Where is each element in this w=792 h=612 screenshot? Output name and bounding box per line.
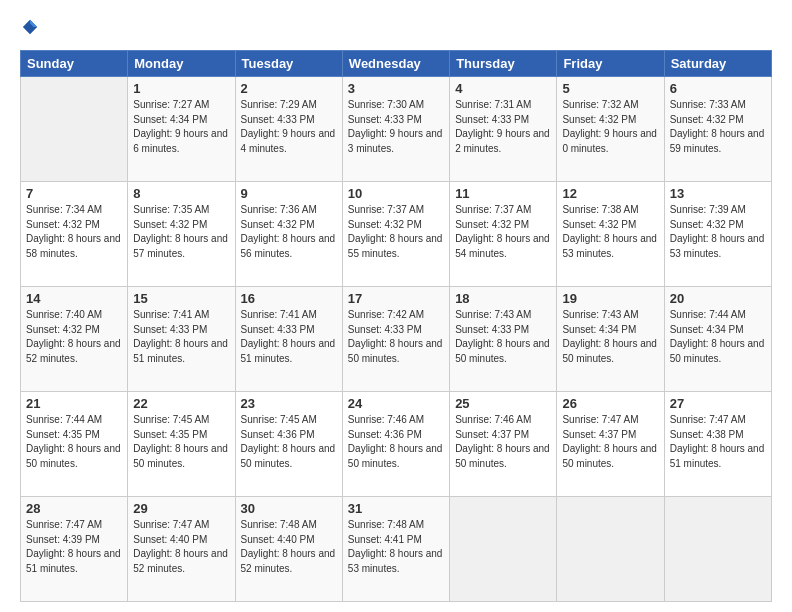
header	[20, 18, 772, 40]
calendar-cell: 13Sunrise: 7:39 AMSunset: 4:32 PMDayligh…	[664, 182, 771, 287]
calendar-week-row: 21Sunrise: 7:44 AMSunset: 4:35 PMDayligh…	[21, 392, 772, 497]
day-info: Sunrise: 7:43 AMSunset: 4:33 PMDaylight:…	[455, 308, 551, 366]
weekday-header: Monday	[128, 51, 235, 77]
day-number: 27	[670, 396, 766, 411]
day-info: Sunrise: 7:45 AMSunset: 4:35 PMDaylight:…	[133, 413, 229, 471]
day-number: 14	[26, 291, 122, 306]
calendar-cell: 25Sunrise: 7:46 AMSunset: 4:37 PMDayligh…	[450, 392, 557, 497]
calendar-cell: 29Sunrise: 7:47 AMSunset: 4:40 PMDayligh…	[128, 497, 235, 602]
day-info: Sunrise: 7:44 AMSunset: 4:34 PMDaylight:…	[670, 308, 766, 366]
weekday-header: Thursday	[450, 51, 557, 77]
day-info: Sunrise: 7:47 AMSunset: 4:39 PMDaylight:…	[26, 518, 122, 576]
day-number: 10	[348, 186, 444, 201]
calendar-cell: 15Sunrise: 7:41 AMSunset: 4:33 PMDayligh…	[128, 287, 235, 392]
calendar-cell: 8Sunrise: 7:35 AMSunset: 4:32 PMDaylight…	[128, 182, 235, 287]
calendar-week-row: 1Sunrise: 7:27 AMSunset: 4:34 PMDaylight…	[21, 77, 772, 182]
day-info: Sunrise: 7:42 AMSunset: 4:33 PMDaylight:…	[348, 308, 444, 366]
calendar-cell: 20Sunrise: 7:44 AMSunset: 4:34 PMDayligh…	[664, 287, 771, 392]
calendar-cell	[450, 497, 557, 602]
day-info: Sunrise: 7:46 AMSunset: 4:37 PMDaylight:…	[455, 413, 551, 471]
page: SundayMondayTuesdayWednesdayThursdayFrid…	[0, 0, 792, 612]
day-info: Sunrise: 7:35 AMSunset: 4:32 PMDaylight:…	[133, 203, 229, 261]
calendar-cell: 30Sunrise: 7:48 AMSunset: 4:40 PMDayligh…	[235, 497, 342, 602]
day-number: 7	[26, 186, 122, 201]
calendar-cell: 6Sunrise: 7:33 AMSunset: 4:32 PMDaylight…	[664, 77, 771, 182]
day-number: 15	[133, 291, 229, 306]
day-info: Sunrise: 7:37 AMSunset: 4:32 PMDaylight:…	[348, 203, 444, 261]
weekday-header: Wednesday	[342, 51, 449, 77]
day-number: 12	[562, 186, 658, 201]
day-info: Sunrise: 7:32 AMSunset: 4:32 PMDaylight:…	[562, 98, 658, 156]
day-info: Sunrise: 7:47 AMSunset: 4:38 PMDaylight:…	[670, 413, 766, 471]
calendar-cell: 31Sunrise: 7:48 AMSunset: 4:41 PMDayligh…	[342, 497, 449, 602]
day-number: 18	[455, 291, 551, 306]
day-number: 20	[670, 291, 766, 306]
calendar-cell: 2Sunrise: 7:29 AMSunset: 4:33 PMDaylight…	[235, 77, 342, 182]
day-number: 23	[241, 396, 337, 411]
day-info: Sunrise: 7:40 AMSunset: 4:32 PMDaylight:…	[26, 308, 122, 366]
weekday-header: Friday	[557, 51, 664, 77]
day-info: Sunrise: 7:48 AMSunset: 4:41 PMDaylight:…	[348, 518, 444, 576]
day-info: Sunrise: 7:46 AMSunset: 4:36 PMDaylight:…	[348, 413, 444, 471]
day-number: 26	[562, 396, 658, 411]
day-info: Sunrise: 7:48 AMSunset: 4:40 PMDaylight:…	[241, 518, 337, 576]
calendar-cell: 28Sunrise: 7:47 AMSunset: 4:39 PMDayligh…	[21, 497, 128, 602]
day-info: Sunrise: 7:33 AMSunset: 4:32 PMDaylight:…	[670, 98, 766, 156]
day-info: Sunrise: 7:45 AMSunset: 4:36 PMDaylight:…	[241, 413, 337, 471]
day-number: 3	[348, 81, 444, 96]
day-number: 30	[241, 501, 337, 516]
calendar-cell: 7Sunrise: 7:34 AMSunset: 4:32 PMDaylight…	[21, 182, 128, 287]
calendar-cell	[664, 497, 771, 602]
calendar-cell: 14Sunrise: 7:40 AMSunset: 4:32 PMDayligh…	[21, 287, 128, 392]
day-info: Sunrise: 7:34 AMSunset: 4:32 PMDaylight:…	[26, 203, 122, 261]
weekday-header: Sunday	[21, 51, 128, 77]
day-info: Sunrise: 7:43 AMSunset: 4:34 PMDaylight:…	[562, 308, 658, 366]
day-info: Sunrise: 7:47 AMSunset: 4:37 PMDaylight:…	[562, 413, 658, 471]
calendar-cell: 4Sunrise: 7:31 AMSunset: 4:33 PMDaylight…	[450, 77, 557, 182]
calendar-cell	[557, 497, 664, 602]
day-number: 29	[133, 501, 229, 516]
day-number: 31	[348, 501, 444, 516]
day-info: Sunrise: 7:30 AMSunset: 4:33 PMDaylight:…	[348, 98, 444, 156]
calendar-week-row: 28Sunrise: 7:47 AMSunset: 4:39 PMDayligh…	[21, 497, 772, 602]
day-number: 24	[348, 396, 444, 411]
day-number: 22	[133, 396, 229, 411]
logo-icon	[21, 18, 39, 36]
calendar-cell	[21, 77, 128, 182]
day-info: Sunrise: 7:31 AMSunset: 4:33 PMDaylight:…	[455, 98, 551, 156]
day-number: 17	[348, 291, 444, 306]
day-number: 1	[133, 81, 229, 96]
day-number: 16	[241, 291, 337, 306]
day-number: 28	[26, 501, 122, 516]
calendar-cell: 26Sunrise: 7:47 AMSunset: 4:37 PMDayligh…	[557, 392, 664, 497]
day-info: Sunrise: 7:37 AMSunset: 4:32 PMDaylight:…	[455, 203, 551, 261]
calendar-cell: 21Sunrise: 7:44 AMSunset: 4:35 PMDayligh…	[21, 392, 128, 497]
calendar-cell: 22Sunrise: 7:45 AMSunset: 4:35 PMDayligh…	[128, 392, 235, 497]
calendar-header-row: SundayMondayTuesdayWednesdayThursdayFrid…	[21, 51, 772, 77]
day-info: Sunrise: 7:41 AMSunset: 4:33 PMDaylight:…	[241, 308, 337, 366]
day-number: 5	[562, 81, 658, 96]
day-number: 11	[455, 186, 551, 201]
day-number: 6	[670, 81, 766, 96]
day-info: Sunrise: 7:38 AMSunset: 4:32 PMDaylight:…	[562, 203, 658, 261]
day-info: Sunrise: 7:39 AMSunset: 4:32 PMDaylight:…	[670, 203, 766, 261]
calendar-cell: 5Sunrise: 7:32 AMSunset: 4:32 PMDaylight…	[557, 77, 664, 182]
day-number: 2	[241, 81, 337, 96]
day-number: 9	[241, 186, 337, 201]
day-number: 13	[670, 186, 766, 201]
calendar-cell: 17Sunrise: 7:42 AMSunset: 4:33 PMDayligh…	[342, 287, 449, 392]
day-number: 19	[562, 291, 658, 306]
calendar: SundayMondayTuesdayWednesdayThursdayFrid…	[20, 50, 772, 602]
calendar-cell: 11Sunrise: 7:37 AMSunset: 4:32 PMDayligh…	[450, 182, 557, 287]
day-info: Sunrise: 7:47 AMSunset: 4:40 PMDaylight:…	[133, 518, 229, 576]
calendar-cell: 12Sunrise: 7:38 AMSunset: 4:32 PMDayligh…	[557, 182, 664, 287]
calendar-cell: 24Sunrise: 7:46 AMSunset: 4:36 PMDayligh…	[342, 392, 449, 497]
weekday-header: Tuesday	[235, 51, 342, 77]
weekday-header: Saturday	[664, 51, 771, 77]
day-number: 21	[26, 396, 122, 411]
calendar-cell: 3Sunrise: 7:30 AMSunset: 4:33 PMDaylight…	[342, 77, 449, 182]
day-info: Sunrise: 7:44 AMSunset: 4:35 PMDaylight:…	[26, 413, 122, 471]
calendar-cell: 19Sunrise: 7:43 AMSunset: 4:34 PMDayligh…	[557, 287, 664, 392]
day-number: 25	[455, 396, 551, 411]
calendar-cell: 10Sunrise: 7:37 AMSunset: 4:32 PMDayligh…	[342, 182, 449, 287]
